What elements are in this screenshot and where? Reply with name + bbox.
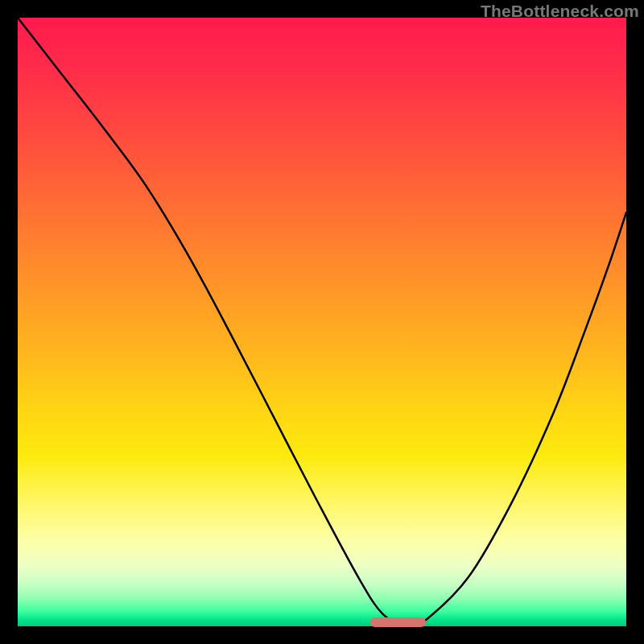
curve-svg [18,18,626,626]
plot-area [18,18,626,626]
bottleneck-curve-path [18,18,626,626]
bottleneck-chart: TheBottleneck.com [0,0,644,644]
watermark-label: TheBottleneck.com [481,2,639,21]
optimal-range-marker [370,617,425,627]
